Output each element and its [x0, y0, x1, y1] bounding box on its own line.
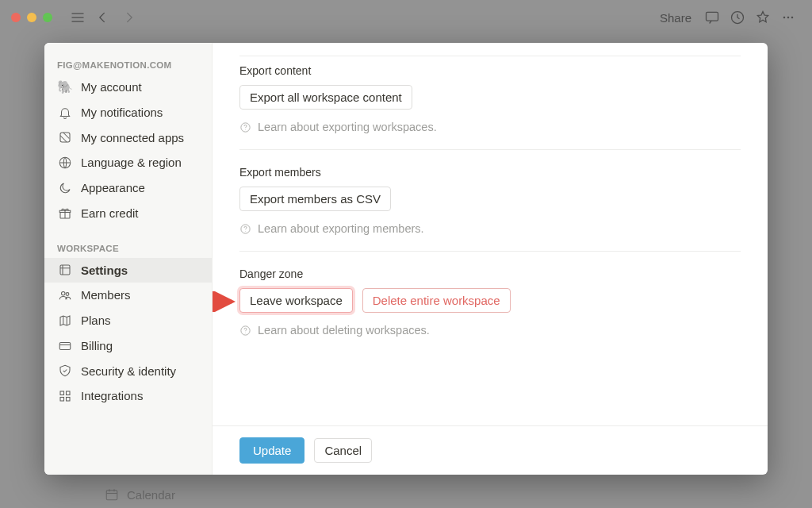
sidebar-item-integrations[interactable]: Integrations: [44, 383, 212, 409]
grid-icon: [57, 388, 73, 404]
more-icon[interactable]: [779, 8, 798, 27]
menu-icon[interactable]: [68, 8, 87, 27]
sidebar-item-billing[interactable]: Billing: [44, 333, 212, 359]
svg-point-12: [66, 293, 69, 296]
svg-rect-15: [67, 391, 71, 395]
leave-workspace-button[interactable]: Leave workspace: [239, 288, 353, 313]
traffic-lights: [11, 13, 52, 22]
settings-sidebar: FIG@MAKENOTION.COM 🐘 My account My notif…: [44, 43, 213, 475]
svg-point-11: [62, 292, 66, 296]
svg-point-2: [783, 17, 786, 19]
sidebar-item-label: Appearance: [81, 179, 145, 197]
sidebar-item-label: Earn credit: [81, 205, 139, 222]
svg-rect-5: [106, 491, 117, 500]
export-members-button[interactable]: Export members as CSV: [239, 187, 391, 211]
svg-point-24: [245, 333, 246, 333]
svg-rect-14: [60, 391, 64, 395]
shield-icon: [57, 363, 73, 379]
export-content-hint[interactable]: Learn about exporting workspaces.: [239, 121, 741, 133]
sidebar-item-label: Settings: [81, 262, 128, 279]
tutorial-arrow-icon: [213, 291, 236, 314]
backdrop-calendar-label: Calendar: [127, 488, 175, 502]
settings-modal: FIG@MAKENOTION.COM 🐘 My account My notif…: [44, 43, 768, 475]
svg-point-4: [791, 17, 794, 19]
sidebar-item-label: Security & identity: [81, 363, 176, 380]
sidebar-workspace-heading: WORKSPACE: [44, 241, 212, 258]
history-icon[interactable]: [728, 8, 747, 27]
bell-icon: [57, 105, 73, 121]
gift-icon: [57, 206, 73, 221]
sidebar-item-appearance[interactable]: Appearance: [44, 175, 212, 201]
sidebar-item-label: Integrations: [81, 387, 143, 405]
svg-rect-16: [60, 398, 64, 402]
sidebar-item-members[interactable]: Members: [44, 283, 212, 308]
globe-icon: [57, 155, 73, 171]
sidebar-item-label: Plans: [81, 312, 111, 329]
card-icon: [57, 338, 73, 354]
update-button[interactable]: Update: [239, 437, 304, 464]
sidebar-item-my-account[interactable]: 🐘 My account: [44, 75, 212, 100]
sidebar-item-label: Members: [81, 287, 131, 304]
sidebar-item-earn-credit[interactable]: Earn credit: [44, 201, 212, 226]
svg-rect-10: [60, 265, 70, 275]
backdrop-calendar-row: Calendar: [105, 487, 175, 502]
forward-icon[interactable]: [119, 8, 138, 27]
share-button[interactable]: Share: [660, 11, 691, 25]
sidebar-item-plans[interactable]: Plans: [44, 308, 212, 333]
svg-rect-0: [707, 12, 718, 21]
export-members-hint[interactable]: Learn about exporting members.: [239, 222, 741, 235]
minimize-window-button[interactable]: [27, 13, 36, 22]
export-content-title: Export content: [239, 64, 741, 77]
map-icon: [57, 313, 73, 329]
svg-rect-13: [59, 342, 71, 349]
help-icon: [239, 325, 251, 337]
settings-footer: Update Cancel: [213, 425, 768, 475]
window-chrome: Share: [0, 0, 812, 35]
settings-main: Export content Export all workspace cont…: [213, 43, 768, 475]
sidebar-item-label: My notifications: [81, 104, 163, 121]
sidebar-item-security[interactable]: Security & identity: [44, 359, 212, 384]
sidebar-item-language[interactable]: Language & region: [44, 150, 212, 175]
danger-zone-title: Danger zone: [239, 267, 741, 280]
help-icon: [239, 121, 251, 133]
danger-hint[interactable]: Learn about deleting workspaces.: [239, 324, 741, 337]
sidebar-item-notifications[interactable]: My notifications: [44, 100, 212, 125]
apps-icon: [57, 129, 73, 145]
sidebar-item-label: My connected apps: [81, 129, 184, 147]
backdrop-content: Calendar: [105, 487, 175, 508]
back-icon[interactable]: [94, 8, 113, 27]
svg-point-19: [245, 129, 246, 130]
moon-icon: [57, 180, 73, 196]
sidebar-item-connected-apps[interactable]: My connected apps: [44, 125, 212, 151]
close-window-button[interactable]: [11, 13, 21, 22]
export-content-button[interactable]: Export all workspace content: [239, 85, 412, 110]
sidebar-item-label: My account: [81, 79, 142, 96]
hint-label: Learn about deleting workspaces.: [258, 324, 430, 337]
settings-icon: [57, 262, 73, 278]
export-members-title: Export members: [239, 166, 741, 179]
hint-label: Learn about exporting workspaces.: [258, 121, 437, 133]
star-icon[interactable]: [753, 8, 772, 27]
svg-point-3: [787, 17, 790, 19]
sidebar-item-label: Billing: [81, 337, 113, 355]
svg-rect-17: [67, 398, 71, 402]
delete-workspace-button[interactable]: Delete entire workspace: [362, 288, 511, 313]
hint-label: Learn about exporting members.: [258, 222, 424, 235]
avatar-icon: 🐘: [57, 79, 73, 95]
comment-icon[interactable]: [703, 8, 722, 27]
sidebar-item-settings[interactable]: Settings: [44, 258, 212, 283]
help-icon: [239, 223, 251, 235]
sidebar-item-label: Language & region: [81, 154, 182, 171]
cancel-button[interactable]: Cancel: [314, 438, 372, 463]
svg-point-21: [245, 231, 246, 232]
members-icon: [57, 287, 73, 303]
maximize-window-button[interactable]: [43, 13, 52, 22]
sidebar-account-heading: FIG@MAKENOTION.COM: [44, 57, 212, 75]
